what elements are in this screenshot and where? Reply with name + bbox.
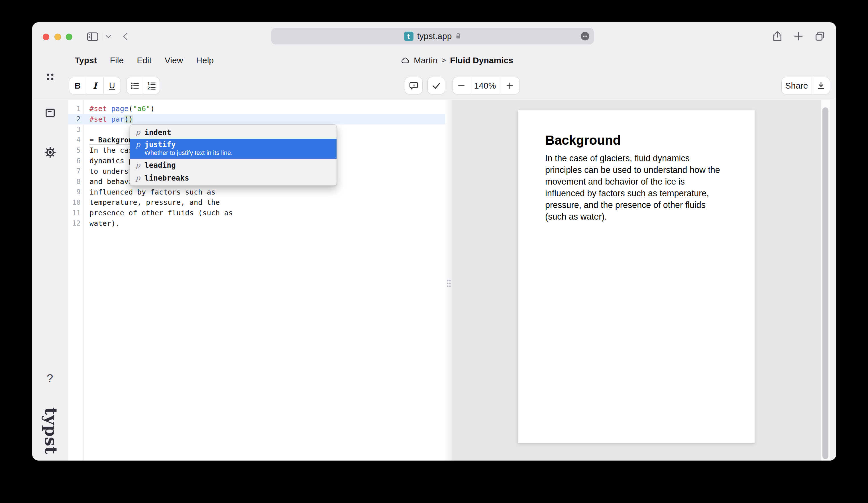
drag-handle-icon[interactable] xyxy=(446,279,451,288)
app-grid-button[interactable] xyxy=(44,71,56,83)
sidebar-toggle-icon xyxy=(87,32,98,41)
autocomplete-label: linebreaks xyxy=(144,174,189,182)
line-number: 9 xyxy=(69,188,83,196)
share-icon xyxy=(772,31,783,42)
gear-icon xyxy=(44,146,56,158)
preview-paragraph-line: (such as water). xyxy=(545,211,745,222)
list-style-group: 1 2 xyxy=(126,77,160,94)
help-button[interactable]: ? xyxy=(44,370,56,386)
typst-logo[interactable]: typst xyxy=(41,407,61,459)
code-text: influenced by factors such as xyxy=(83,188,215,196)
line-number: 10 xyxy=(69,199,83,207)
app-menubar: Typst File Edit View Help xyxy=(75,52,214,69)
param-kind-icon: p xyxy=(136,174,140,182)
code-line-10[interactable]: 10 temperature, pressure, and the xyxy=(69,197,445,208)
tab-overview-button[interactable] xyxy=(814,30,826,42)
breadcrumb-workspace[interactable]: Martin xyxy=(414,55,437,65)
matched-brackets: () xyxy=(124,115,133,123)
italic-button[interactable]: I xyxy=(86,77,103,94)
preview-paragraph-line: influenced by factors such as temperatur… xyxy=(545,187,745,199)
autocomplete-item-leading[interactable]: p leading xyxy=(130,159,337,171)
plus-icon xyxy=(506,82,514,90)
pane-divider[interactable] xyxy=(445,100,452,461)
preview-paragraph: In the case of glaciers, fluid dynamics … xyxy=(545,153,745,222)
code-line-12[interactable]: 12 water). xyxy=(69,218,445,229)
sidebar-chevron-button[interactable] xyxy=(105,34,112,39)
new-tab-button[interactable] xyxy=(792,30,805,42)
line-number: 3 xyxy=(69,126,83,134)
line-number: 4 xyxy=(69,136,83,144)
sidebar-toggle-button[interactable] xyxy=(86,32,99,42)
chevron-down-icon xyxy=(106,35,111,38)
plus-icon xyxy=(793,31,804,41)
export-button[interactable] xyxy=(812,77,830,94)
breadcrumb-separator: > xyxy=(442,56,446,65)
bullet-list-button[interactable] xyxy=(126,77,143,94)
code-text: temperature, pressure, and the xyxy=(83,198,220,207)
url-host-text: typst.app xyxy=(417,31,452,41)
autocomplete-item-indent[interactable]: p indent xyxy=(130,126,337,139)
preview-scrollbar-track[interactable] xyxy=(821,100,830,461)
line-number: 2 xyxy=(69,115,83,123)
browser-share-button[interactable] xyxy=(771,30,784,42)
menu-help[interactable]: Help xyxy=(196,55,214,65)
share-button[interactable]: Share xyxy=(782,77,812,94)
numbered-list-icon: 1 2 xyxy=(146,81,156,91)
spellcheck-button[interactable] xyxy=(427,77,445,94)
zoom-in-button[interactable] xyxy=(500,77,519,94)
menu-edit[interactable]: Edit xyxy=(137,55,152,65)
files-panel-button[interactable] xyxy=(44,106,56,119)
autocomplete-item-linebreaks[interactable]: p linebreaks xyxy=(130,171,337,184)
preview-pane: Background In the case of glaciers, flui… xyxy=(452,100,836,461)
back-arrow-icon xyxy=(123,32,127,40)
zoom-control-group: 140% xyxy=(453,77,520,94)
settings-button[interactable] xyxy=(44,146,56,159)
menu-view[interactable]: View xyxy=(165,55,183,65)
window-zoom-button[interactable] xyxy=(66,34,72,40)
code-text: #set par() xyxy=(83,115,133,123)
typst-logo-text: typst xyxy=(41,407,61,454)
preview-paragraph-line: principles can be used to understand how… xyxy=(545,164,745,176)
share-label: Share xyxy=(785,81,808,91)
breadcrumb: Martin > Fluid Dynamics xyxy=(401,52,513,69)
code-line-1[interactable]: 1 #set page("a6") xyxy=(69,103,445,114)
preview-paragraph-line: pressure, and the presence of other flui… xyxy=(545,199,745,211)
files-box-icon xyxy=(44,107,56,118)
zoom-level-button[interactable]: 140% xyxy=(470,77,500,94)
lock-icon xyxy=(455,32,461,40)
code-text: #set page("a6") xyxy=(83,105,155,113)
zoom-out-button[interactable] xyxy=(453,77,470,94)
code-line-2-active[interactable]: 2 #set par() xyxy=(69,114,445,125)
preview-right-margin xyxy=(830,100,836,461)
svg-text:2: 2 xyxy=(147,86,150,90)
code-line-9[interactable]: 9 influenced by factors such as xyxy=(69,187,445,197)
bold-button[interactable]: B xyxy=(69,77,86,94)
page-settings-button[interactable] xyxy=(581,32,589,40)
comments-button[interactable] xyxy=(405,77,423,94)
line-number: 8 xyxy=(69,178,83,186)
autocomplete-label: justify xyxy=(144,140,176,149)
code-line-11[interactable]: 11 presence of other fluids (such as xyxy=(69,208,445,218)
line-number: 12 xyxy=(69,219,83,227)
menu-file[interactable]: File xyxy=(110,55,124,65)
svg-text:1: 1 xyxy=(147,81,150,86)
autocomplete-description: Whether to justify text in its line. xyxy=(144,149,331,157)
line-number: 7 xyxy=(69,167,83,175)
typst-favicon: t xyxy=(404,32,413,41)
window-minimize-button[interactable] xyxy=(54,34,61,40)
autocomplete-label: leading xyxy=(144,161,176,169)
titlebar-divider xyxy=(103,32,103,40)
numbered-list-button[interactable]: 1 2 xyxy=(143,77,160,94)
ellipsis-icon xyxy=(581,32,589,40)
back-button[interactable] xyxy=(121,31,129,42)
bullet-list-icon xyxy=(130,81,140,91)
url-bar[interactable]: t typst.app xyxy=(271,28,594,44)
preview-heading: Background xyxy=(545,133,621,148)
preview-scrollbar-thumb[interactable] xyxy=(823,107,828,459)
underline-button[interactable]: U xyxy=(104,77,121,94)
menu-typst[interactable]: Typst xyxy=(75,55,97,65)
window-close-button[interactable] xyxy=(43,34,49,40)
checkmark-icon xyxy=(431,81,442,91)
autocomplete-item-justify-selected[interactable]: p justify Whether to justify text in its… xyxy=(130,139,337,159)
code-text: presence of other fluids (such as xyxy=(83,209,233,217)
